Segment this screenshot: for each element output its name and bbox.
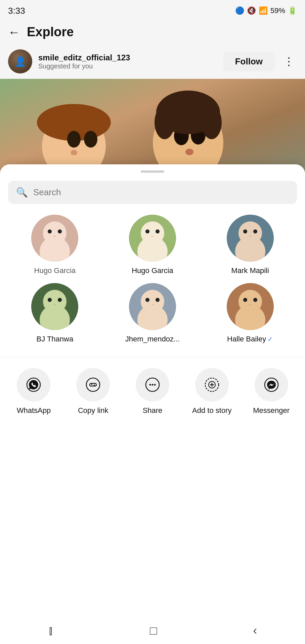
share-icon bbox=[136, 368, 169, 401]
bluetooth-icon: 🔵 bbox=[235, 6, 244, 15]
contact-item[interactable]: Halle Bailey✓ bbox=[203, 283, 297, 343]
follow-button[interactable]: Follow bbox=[223, 52, 275, 71]
verified-badge: ✓ bbox=[267, 335, 273, 343]
contact-avatar bbox=[227, 283, 274, 330]
contact-avatar bbox=[129, 215, 176, 262]
messenger-icon bbox=[255, 368, 288, 401]
user-info: smile_editz_official_123 Suggested for y… bbox=[38, 53, 217, 70]
action-item-copylink[interactable]: Copy link bbox=[73, 368, 113, 415]
svg-point-54 bbox=[154, 384, 156, 386]
back-nav-button[interactable]: ‹ bbox=[246, 621, 264, 640]
status-time: 3:33 bbox=[8, 6, 25, 16]
top-nav: ← Explore bbox=[0, 20, 305, 44]
username: smile_editz_official_123 bbox=[38, 53, 217, 62]
contact-name: BJ Thanwa bbox=[37, 335, 74, 343]
contact-item[interactable]: Hugo Garcia bbox=[106, 215, 200, 275]
svg-point-21 bbox=[145, 229, 149, 233]
back-button[interactable]: ← bbox=[8, 26, 20, 38]
whatsapp-icon bbox=[17, 368, 50, 401]
contact-name: Jhem_mendoz... bbox=[125, 335, 180, 343]
avatar: 👤 bbox=[8, 49, 32, 73]
action-item-share[interactable]: Share bbox=[132, 368, 173, 415]
battery-icon: 59% bbox=[270, 6, 285, 15]
avatar-image bbox=[129, 283, 176, 330]
contact-avatar bbox=[227, 215, 274, 262]
contact-item[interactable]: Hugo Garcia bbox=[8, 215, 102, 275]
svg-point-34 bbox=[58, 298, 62, 302]
action-row: WhatsAppCopy linkShareAdd to storyMessen… bbox=[0, 368, 305, 423]
share-label: Share bbox=[143, 406, 163, 415]
search-bar[interactable]: 🔍 bbox=[8, 181, 297, 204]
avatar-image bbox=[227, 283, 274, 330]
contact-avatar bbox=[129, 283, 176, 330]
svg-point-52 bbox=[149, 384, 151, 386]
contact-avatar bbox=[31, 283, 78, 330]
action-item-addtostory[interactable]: Add to story bbox=[192, 368, 232, 415]
svg-point-15 bbox=[48, 229, 52, 233]
svg-point-50 bbox=[86, 378, 100, 391]
contact-item[interactable]: Jhem_mendoz... bbox=[106, 283, 200, 343]
whatsapp-label: WhatsApp bbox=[17, 406, 51, 415]
svg-point-39 bbox=[145, 298, 149, 302]
svg-point-28 bbox=[253, 229, 257, 233]
svg-point-9 bbox=[185, 149, 193, 155]
search-icon: 🔍 bbox=[16, 187, 28, 198]
contact-name: Hugo Garcia bbox=[34, 266, 76, 275]
wifi-icon: 📶 bbox=[259, 6, 268, 15]
svg-point-40 bbox=[156, 298, 160, 302]
svg-point-27 bbox=[243, 229, 247, 233]
avatar-image bbox=[227, 215, 274, 262]
mute-icon: 🔇 bbox=[247, 6, 256, 15]
copylink-icon bbox=[76, 368, 110, 401]
svg-point-33 bbox=[48, 298, 52, 302]
bottom-nav: ⫿ □ ‹ bbox=[0, 617, 305, 644]
contacts-grid: Hugo Garcia Hugo Garcia Mark Mapili BJ T… bbox=[0, 215, 305, 343]
contact-name: Halle Bailey✓ bbox=[227, 335, 273, 343]
svg-point-4 bbox=[84, 131, 97, 148]
svg-point-12 bbox=[202, 106, 222, 139]
user-suggestion-row: 👤 smile_editz_official_123 Suggested for… bbox=[0, 44, 305, 79]
avatar-image bbox=[129, 215, 176, 262]
more-options-button[interactable]: ⋮ bbox=[281, 55, 297, 68]
status-icons: 🔵 🔇 📶 59% 🔋 bbox=[235, 6, 297, 15]
avatar-image bbox=[31, 215, 78, 262]
contact-item[interactable]: Mark Mapili bbox=[203, 215, 297, 275]
contact-name: Mark Mapili bbox=[231, 266, 269, 275]
copylink-label: Copy link bbox=[78, 406, 108, 415]
messenger-label: Messenger bbox=[253, 406, 290, 415]
contact-avatar bbox=[31, 215, 78, 262]
contact-item[interactable]: BJ Thanwa bbox=[8, 283, 102, 343]
svg-point-11 bbox=[155, 106, 175, 139]
svg-point-22 bbox=[156, 229, 160, 233]
status-bar: 3:33 🔵 🔇 📶 59% 🔋 bbox=[0, 0, 305, 20]
avatar-image bbox=[31, 283, 78, 330]
home-button[interactable]: □ bbox=[143, 621, 164, 640]
drag-handle[interactable] bbox=[141, 170, 164, 173]
action-item-messenger[interactable]: Messenger bbox=[251, 368, 292, 415]
svg-point-53 bbox=[151, 384, 153, 386]
action-item-whatsapp[interactable]: WhatsApp bbox=[13, 368, 54, 415]
battery-indicator: 🔋 bbox=[288, 6, 297, 15]
addtostory-label: Add to story bbox=[192, 406, 231, 415]
svg-point-16 bbox=[58, 229, 62, 233]
svg-point-59 bbox=[265, 378, 278, 391]
svg-point-3 bbox=[67, 131, 81, 148]
search-input[interactable] bbox=[33, 187, 289, 198]
contact-name: Hugo Garcia bbox=[132, 266, 173, 275]
menu-button[interactable]: ⫿ bbox=[41, 621, 61, 640]
svg-point-46 bbox=[253, 298, 257, 302]
svg-point-45 bbox=[243, 298, 247, 302]
user-subtitle: Suggested for you bbox=[38, 62, 217, 70]
divider bbox=[0, 357, 305, 357]
svg-point-5 bbox=[71, 150, 77, 155]
page-title: Explore bbox=[27, 25, 74, 39]
bottom-sheet: 🔍 Hugo Garcia Hugo Garcia Mark Mapili BJ… bbox=[0, 164, 305, 644]
addtostory-icon bbox=[195, 368, 229, 401]
